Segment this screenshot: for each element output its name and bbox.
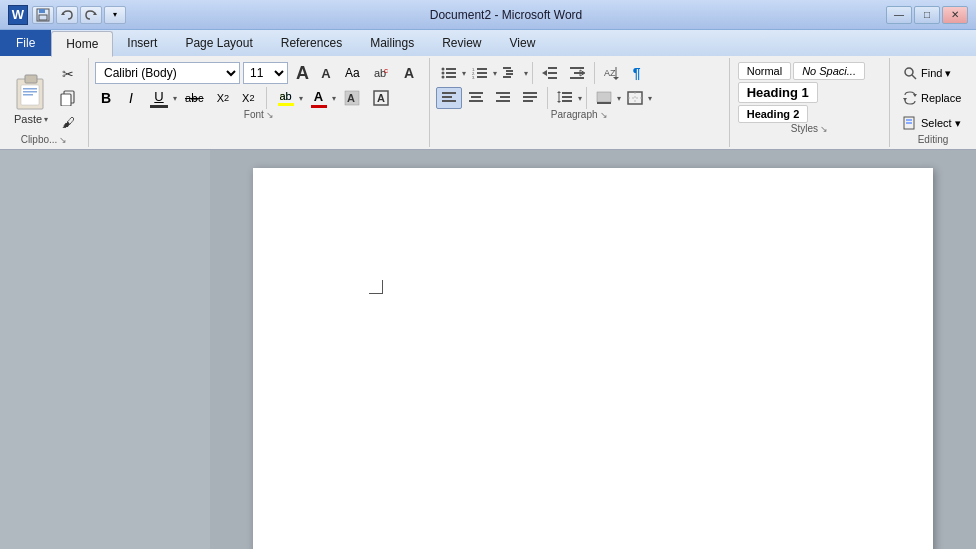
svg-rect-54 [500, 96, 510, 98]
multilevel-dropdown-arrow[interactable]: ▾ [524, 69, 528, 78]
style-normal[interactable]: Normal [738, 62, 791, 80]
document-container[interactable] [210, 150, 976, 549]
show-marks-button[interactable]: ¶ [626, 62, 648, 84]
subscript-button[interactable]: X2 [212, 87, 234, 109]
shading-button[interactable] [591, 87, 617, 109]
select-button[interactable]: Select ▾ [898, 112, 968, 134]
font-size-select[interactable]: 11 8910 12141618 [243, 62, 288, 84]
close-button[interactable]: ✕ [942, 6, 968, 24]
font-group-label-row: Font ↘ [244, 109, 274, 120]
svg-rect-76 [906, 122, 912, 124]
tab-page-layout[interactable]: Page Layout [171, 30, 266, 56]
italic-button[interactable]: I [120, 87, 142, 109]
font-color-dropdown-arrow[interactable]: ▾ [332, 94, 336, 103]
tab-view[interactable]: View [496, 30, 550, 56]
font-group-label: Font [244, 109, 264, 120]
align-left-button[interactable] [436, 87, 462, 109]
shading-dropdown-arrow[interactable]: ▾ [617, 94, 621, 103]
grow-font-button[interactable]: A [291, 62, 314, 84]
minimize-button[interactable]: — [886, 6, 912, 24]
find-button[interactable]: Find ▾ [898, 62, 968, 84]
char-border-button[interactable]: A [368, 87, 394, 109]
styles-dialog-launcher[interactable]: ↘ [820, 124, 828, 134]
style-heading1[interactable]: Heading 1 [738, 82, 818, 103]
svg-text:3.: 3. [472, 75, 475, 80]
copy-button[interactable] [56, 87, 80, 109]
window-controls: — □ ✕ [886, 6, 968, 24]
align-right-button[interactable] [490, 87, 516, 109]
numbering-icon: 1. 2. 3. [472, 66, 488, 80]
paste-dropdown-arrow[interactable]: ▾ [44, 115, 48, 124]
superscript-button[interactable]: X2 [237, 87, 259, 109]
paste-label-row: Paste ▾ [14, 113, 48, 125]
font-color-button[interactable]: A [306, 87, 332, 109]
redo-button[interactable] [80, 6, 102, 24]
svg-rect-31 [477, 76, 487, 78]
align-center-button[interactable] [463, 87, 489, 109]
style-heading2[interactable]: Heading 2 [738, 105, 809, 123]
cut-button[interactable]: ✂ [56, 63, 80, 85]
underline-button[interactable]: U [145, 87, 173, 109]
paste-button[interactable]: Paste ▾ [8, 69, 54, 127]
tab-mailings[interactable]: Mailings [356, 30, 428, 56]
increase-indent-button[interactable] [564, 62, 590, 84]
font-dialog-launcher[interactable]: ↘ [266, 110, 274, 120]
clipboard-dialog-launcher[interactable]: ↘ [59, 135, 67, 145]
paragraph-group-label: Paragraph [551, 109, 598, 120]
text-highlight-button[interactable]: ab [273, 87, 299, 109]
para-sep-3 [547, 87, 548, 109]
borders-icon [627, 91, 643, 105]
underline-dropdown-arrow[interactable]: ▾ [173, 94, 177, 103]
clear-formatting-button[interactable]: ab c [368, 62, 394, 84]
justify-button[interactable] [517, 87, 543, 109]
svg-text:A: A [404, 65, 414, 81]
format-painter-button[interactable]: 🖌 [56, 111, 80, 133]
align-left-icon [441, 91, 457, 105]
undo-button[interactable] [56, 6, 78, 24]
style-no-spacing[interactable]: No Spaci... [793, 62, 865, 80]
borders-dropdown-arrow[interactable]: ▾ [648, 94, 652, 103]
svg-rect-1 [39, 9, 45, 13]
multilevel-list-button[interactable] [498, 62, 524, 84]
strikethrough-button[interactable]: ab̶c [180, 87, 209, 109]
app: W [0, 0, 976, 549]
customize-quick-access-button[interactable]: ▾ [104, 6, 126, 24]
svg-marker-63 [557, 91, 561, 93]
replace-button[interactable]: Replace [898, 87, 968, 109]
align-right-icon [495, 91, 511, 105]
tab-home[interactable]: Home [51, 31, 113, 57]
editing-group-label-row: Editing [918, 134, 949, 145]
numbering-dropdown-arrow[interactable]: ▾ [493, 69, 497, 78]
line-spacing-button[interactable] [552, 87, 578, 109]
change-case-button[interactable]: Aa [340, 62, 365, 84]
styles-gallery: Normal No Spaci... Heading 1 Heading 2 [738, 62, 881, 123]
tab-file[interactable]: File [0, 30, 51, 56]
tab-insert[interactable]: Insert [113, 30, 171, 56]
svg-rect-58 [523, 100, 533, 102]
bold-button[interactable]: B [95, 87, 117, 109]
styles-group-label-row: Styles ↘ [791, 123, 828, 134]
multilevel-group: ▾ [498, 62, 528, 84]
font-family-select[interactable]: Calibri (Body) [95, 62, 240, 84]
tab-references[interactable]: References [267, 30, 356, 56]
line-spacing-dropdown-arrow[interactable]: ▾ [578, 94, 582, 103]
borders-button[interactable] [622, 87, 648, 109]
maximize-button[interactable]: □ [914, 6, 940, 24]
bullets-dropdown-arrow[interactable]: ▾ [462, 69, 466, 78]
shrink-font-button[interactable]: A [315, 62, 337, 84]
bullets-button[interactable] [436, 62, 462, 84]
document-page[interactable] [253, 168, 933, 549]
sort-button[interactable]: AZ [599, 62, 625, 84]
tab-review[interactable]: Review [428, 30, 495, 56]
svg-rect-27 [477, 68, 487, 70]
select-icon [903, 116, 917, 130]
numbering-button[interactable]: 1. 2. 3. [467, 62, 493, 84]
char-shading-button[interactable]: A [339, 87, 365, 109]
font-sep-1 [266, 87, 267, 109]
highlight-dropdown-arrow[interactable]: ▾ [299, 94, 303, 103]
paragraph-dialog-launcher[interactable]: ↘ [600, 110, 608, 120]
text-effects-button[interactable]: A [397, 62, 423, 84]
decrease-indent-button[interactable] [537, 62, 563, 84]
save-button[interactable] [32, 6, 54, 24]
svg-rect-29 [477, 72, 487, 74]
